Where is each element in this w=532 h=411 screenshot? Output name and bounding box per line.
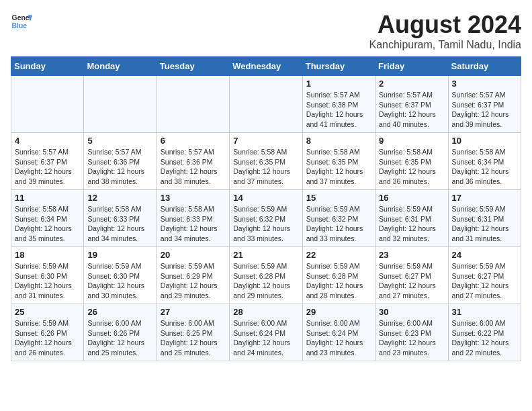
calendar-cell: 19Sunrise: 5:59 AM Sunset: 6:30 PM Dayli…: [84, 247, 157, 304]
day-detail: Sunrise: 5:58 AM Sunset: 6:35 PM Dayligh…: [379, 147, 444, 187]
day-detail: Sunrise: 5:58 AM Sunset: 6:34 PM Dayligh…: [15, 204, 80, 244]
day-number: 6: [161, 136, 226, 146]
day-detail: Sunrise: 5:59 AM Sunset: 6:28 PM Dayligh…: [233, 261, 298, 301]
page-header: General Blue August 2024 Kanchipuram, Ta…: [11, 11, 521, 51]
day-number: 26: [87, 307, 152, 317]
calendar-cell: 4Sunrise: 5:57 AM Sunset: 6:37 PM Daylig…: [11, 133, 84, 190]
calendar-cell: 14Sunrise: 5:59 AM Sunset: 6:32 PM Dayli…: [230, 190, 302, 247]
day-detail: Sunrise: 5:58 AM Sunset: 6:35 PM Dayligh…: [306, 147, 371, 187]
calendar-week-2: 4Sunrise: 5:57 AM Sunset: 6:37 PM Daylig…: [11, 133, 521, 190]
day-detail: Sunrise: 5:57 AM Sunset: 6:37 PM Dayligh…: [452, 90, 517, 130]
day-number: 19: [87, 250, 152, 260]
day-detail: Sunrise: 6:00 AM Sunset: 6:24 PM Dayligh…: [233, 318, 298, 358]
calendar-cell: 23Sunrise: 5:59 AM Sunset: 6:27 PM Dayli…: [375, 247, 448, 304]
day-detail: Sunrise: 5:58 AM Sunset: 6:34 PM Dayligh…: [452, 147, 517, 187]
day-number: 3: [452, 79, 517, 89]
day-detail: Sunrise: 5:59 AM Sunset: 6:27 PM Dayligh…: [379, 261, 444, 301]
calendar-cell: 30Sunrise: 6:00 AM Sunset: 6:23 PM Dayli…: [375, 304, 448, 361]
day-number: 13: [161, 193, 226, 203]
calendar-cell: 31Sunrise: 6:00 AM Sunset: 6:22 PM Dayli…: [448, 304, 521, 361]
day-number: 22: [306, 250, 371, 260]
day-number: 23: [379, 250, 444, 260]
day-detail: Sunrise: 6:00 AM Sunset: 6:26 PM Dayligh…: [87, 318, 152, 358]
header-sunday: Sunday: [11, 57, 84, 76]
calendar-cell: 24Sunrise: 5:59 AM Sunset: 6:27 PM Dayli…: [448, 247, 521, 304]
page-title: August 2024: [369, 11, 522, 39]
day-number: 28: [233, 307, 298, 317]
page-subtitle: Kanchipuram, Tamil Nadu, India: [369, 39, 522, 51]
calendar-cell: 29Sunrise: 6:00 AM Sunset: 6:24 PM Dayli…: [302, 304, 375, 361]
header-wednesday: Wednesday: [230, 57, 302, 76]
calendar-cell: 15Sunrise: 5:59 AM Sunset: 6:32 PM Dayli…: [302, 190, 375, 247]
calendar-cell: [11, 76, 84, 133]
calendar-cell: 1Sunrise: 5:57 AM Sunset: 6:38 PM Daylig…: [302, 76, 375, 133]
calendar-week-3: 11Sunrise: 5:58 AM Sunset: 6:34 PM Dayli…: [11, 190, 521, 247]
day-number: 15: [306, 193, 371, 203]
day-number: 12: [87, 193, 152, 203]
day-detail: Sunrise: 5:58 AM Sunset: 6:35 PM Dayligh…: [233, 147, 298, 187]
header-thursday: Thursday: [302, 57, 375, 76]
day-number: 16: [379, 193, 444, 203]
calendar-cell: 13Sunrise: 5:58 AM Sunset: 6:33 PM Dayli…: [157, 190, 229, 247]
day-detail: Sunrise: 6:00 AM Sunset: 6:24 PM Dayligh…: [306, 318, 371, 358]
calendar-cell: 5Sunrise: 5:57 AM Sunset: 6:36 PM Daylig…: [84, 133, 157, 190]
calendar-cell: 6Sunrise: 5:57 AM Sunset: 6:36 PM Daylig…: [157, 133, 229, 190]
calendar-cell: [157, 76, 229, 133]
day-detail: Sunrise: 5:59 AM Sunset: 6:26 PM Dayligh…: [15, 318, 80, 358]
calendar-cell: 12Sunrise: 5:58 AM Sunset: 6:33 PM Dayli…: [84, 190, 157, 247]
logo: General Blue: [11, 11, 32, 32]
header-saturday: Saturday: [448, 57, 521, 76]
day-number: 24: [452, 250, 517, 260]
day-number: 18: [15, 250, 80, 260]
day-detail: Sunrise: 5:59 AM Sunset: 6:31 PM Dayligh…: [452, 204, 517, 244]
header-tuesday: Tuesday: [157, 57, 229, 76]
calendar-header-row: SundayMondayTuesdayWednesdayThursdayFrid…: [11, 57, 521, 76]
day-detail: Sunrise: 6:00 AM Sunset: 6:22 PM Dayligh…: [452, 318, 517, 358]
day-number: 21: [233, 250, 298, 260]
day-detail: Sunrise: 5:57 AM Sunset: 6:36 PM Dayligh…: [87, 147, 152, 187]
day-detail: Sunrise: 5:59 AM Sunset: 6:30 PM Dayligh…: [15, 261, 80, 301]
day-number: 29: [306, 307, 371, 317]
logo-icon: General Blue: [11, 11, 32, 32]
calendar-week-1: 1Sunrise: 5:57 AM Sunset: 6:38 PM Daylig…: [11, 76, 521, 133]
calendar-cell: 7Sunrise: 5:58 AM Sunset: 6:35 PM Daylig…: [230, 133, 302, 190]
calendar-cell: [230, 76, 302, 133]
day-number: 30: [379, 307, 444, 317]
day-number: 2: [379, 79, 444, 89]
day-detail: Sunrise: 5:59 AM Sunset: 6:31 PM Dayligh…: [379, 204, 444, 244]
calendar-week-5: 25Sunrise: 5:59 AM Sunset: 6:26 PM Dayli…: [11, 304, 521, 361]
day-number: 31: [452, 307, 517, 317]
day-detail: Sunrise: 5:58 AM Sunset: 6:33 PM Dayligh…: [161, 204, 226, 244]
calendar-cell: 26Sunrise: 6:00 AM Sunset: 6:26 PM Dayli…: [84, 304, 157, 361]
day-detail: Sunrise: 5:57 AM Sunset: 6:37 PM Dayligh…: [379, 90, 444, 130]
day-number: 1: [306, 79, 371, 89]
day-number: 20: [161, 250, 226, 260]
calendar-cell: 3Sunrise: 5:57 AM Sunset: 6:37 PM Daylig…: [448, 76, 521, 133]
day-number: 9: [379, 136, 444, 146]
day-detail: Sunrise: 5:59 AM Sunset: 6:29 PM Dayligh…: [161, 261, 226, 301]
day-number: 5: [87, 136, 152, 146]
calendar-cell: 9Sunrise: 5:58 AM Sunset: 6:35 PM Daylig…: [375, 133, 448, 190]
day-number: 4: [15, 136, 80, 146]
calendar-cell: 17Sunrise: 5:59 AM Sunset: 6:31 PM Dayli…: [448, 190, 521, 247]
day-detail: Sunrise: 5:59 AM Sunset: 6:28 PM Dayligh…: [306, 261, 371, 301]
calendar-cell: 28Sunrise: 6:00 AM Sunset: 6:24 PM Dayli…: [230, 304, 302, 361]
header-monday: Monday: [84, 57, 157, 76]
day-detail: Sunrise: 5:57 AM Sunset: 6:36 PM Dayligh…: [161, 147, 226, 187]
day-number: 17: [452, 193, 517, 203]
calendar-cell: 22Sunrise: 5:59 AM Sunset: 6:28 PM Dayli…: [302, 247, 375, 304]
calendar-cell: 8Sunrise: 5:58 AM Sunset: 6:35 PM Daylig…: [302, 133, 375, 190]
day-number: 27: [161, 307, 226, 317]
day-detail: Sunrise: 5:57 AM Sunset: 6:38 PM Dayligh…: [306, 90, 371, 130]
calendar-cell: 25Sunrise: 5:59 AM Sunset: 6:26 PM Dayli…: [11, 304, 84, 361]
calendar-cell: 20Sunrise: 5:59 AM Sunset: 6:29 PM Dayli…: [157, 247, 229, 304]
day-detail: Sunrise: 5:59 AM Sunset: 6:32 PM Dayligh…: [233, 204, 298, 244]
day-detail: Sunrise: 6:00 AM Sunset: 6:25 PM Dayligh…: [161, 318, 226, 358]
day-number: 7: [233, 136, 298, 146]
calendar-cell: 21Sunrise: 5:59 AM Sunset: 6:28 PM Dayli…: [230, 247, 302, 304]
calendar-cell: [84, 76, 157, 133]
header-friday: Friday: [375, 57, 448, 76]
calendar-cell: 16Sunrise: 5:59 AM Sunset: 6:31 PM Dayli…: [375, 190, 448, 247]
day-detail: Sunrise: 6:00 AM Sunset: 6:23 PM Dayligh…: [379, 318, 444, 358]
calendar-week-4: 18Sunrise: 5:59 AM Sunset: 6:30 PM Dayli…: [11, 247, 521, 304]
